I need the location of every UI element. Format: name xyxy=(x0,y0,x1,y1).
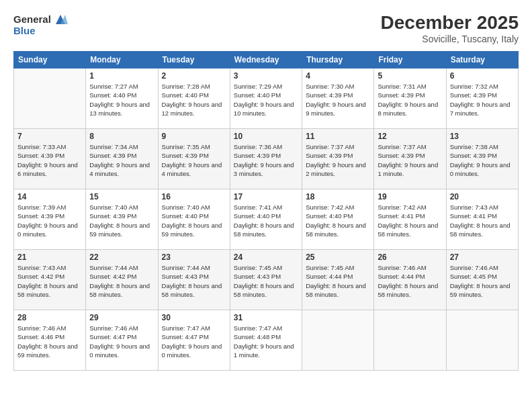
day-info: Sunrise: 7:41 AMSunset: 4:40 PMDaylight:… xyxy=(234,203,298,238)
day-info: Sunrise: 7:46 AMSunset: 4:44 PMDaylight:… xyxy=(378,263,442,299)
day-number: 23 xyxy=(162,253,226,262)
calendar-cell: 22Sunrise: 7:44 AMSunset: 4:42 PMDayligh… xyxy=(86,250,158,310)
day-number: 25 xyxy=(306,253,370,262)
calendar-cell xyxy=(302,310,374,371)
col-header-thursday: Thursday xyxy=(302,52,374,68)
day-number: 7 xyxy=(17,132,82,141)
title-block: December 2025 Sovicille, Tuscany, Italy xyxy=(381,12,519,44)
day-number: 3 xyxy=(234,71,298,81)
calendar-cell: 10Sunrise: 7:36 AMSunset: 4:39 PMDayligh… xyxy=(230,129,302,189)
day-info: Sunrise: 7:31 AMSunset: 4:39 PMDaylight:… xyxy=(378,82,442,118)
calendar-week-3: 14Sunrise: 7:39 AMSunset: 4:39 PMDayligh… xyxy=(14,189,519,250)
day-info: Sunrise: 7:42 AMSunset: 4:41 PMDaylight:… xyxy=(378,203,442,238)
main-title: December 2025 xyxy=(381,12,519,34)
day-number: 31 xyxy=(234,313,298,322)
calendar-cell xyxy=(14,68,86,129)
day-number: 5 xyxy=(378,71,442,81)
day-number: 28 xyxy=(17,313,82,322)
day-number: 6 xyxy=(450,71,515,81)
calendar-cell: 4Sunrise: 7:30 AMSunset: 4:39 PMDaylight… xyxy=(302,68,374,129)
day-number: 17 xyxy=(234,192,298,201)
calendar-cell: 27Sunrise: 7:46 AMSunset: 4:45 PMDayligh… xyxy=(446,250,518,310)
calendar-cell: 24Sunrise: 7:45 AMSunset: 4:43 PMDayligh… xyxy=(230,250,302,310)
calendar-cell: 2Sunrise: 7:28 AMSunset: 4:40 PMDaylight… xyxy=(158,68,230,129)
day-info: Sunrise: 7:44 AMSunset: 4:43 PMDaylight:… xyxy=(162,263,226,299)
calendar-cell: 18Sunrise: 7:42 AMSunset: 4:40 PMDayligh… xyxy=(302,189,374,250)
day-number: 1 xyxy=(89,71,154,81)
calendar-cell: 21Sunrise: 7:43 AMSunset: 4:42 PMDayligh… xyxy=(14,250,86,310)
calendar-cell: 14Sunrise: 7:39 AMSunset: 4:39 PMDayligh… xyxy=(14,189,86,250)
calendar-cell: 19Sunrise: 7:42 AMSunset: 4:41 PMDayligh… xyxy=(374,189,446,250)
logo: General Blue xyxy=(13,12,68,37)
col-header-monday: Monday xyxy=(86,52,158,68)
calendar-cell: 3Sunrise: 7:29 AMSunset: 4:40 PMDaylight… xyxy=(230,68,302,129)
day-info: Sunrise: 7:47 AMSunset: 4:48 PMDaylight:… xyxy=(234,324,298,359)
day-info: Sunrise: 7:43 AMSunset: 4:41 PMDaylight:… xyxy=(450,203,515,238)
day-info: Sunrise: 7:28 AMSunset: 4:40 PMDaylight:… xyxy=(162,82,226,118)
day-number: 12 xyxy=(378,132,442,141)
day-info: Sunrise: 7:40 AMSunset: 4:39 PMDaylight:… xyxy=(89,203,154,238)
day-number: 9 xyxy=(162,132,226,141)
calendar-cell: 5Sunrise: 7:31 AMSunset: 4:39 PMDaylight… xyxy=(374,68,446,129)
calendar-week-2: 7Sunrise: 7:33 AMSunset: 4:39 PMDaylight… xyxy=(14,129,519,189)
calendar-cell: 20Sunrise: 7:43 AMSunset: 4:41 PMDayligh… xyxy=(446,189,518,250)
col-header-wednesday: Wednesday xyxy=(230,52,302,68)
day-number: 14 xyxy=(17,192,82,201)
day-number: 4 xyxy=(306,71,370,81)
day-info: Sunrise: 7:46 AMSunset: 4:46 PMDaylight:… xyxy=(17,324,82,359)
day-info: Sunrise: 7:27 AMSunset: 4:40 PMDaylight:… xyxy=(89,82,154,118)
day-info: Sunrise: 7:37 AMSunset: 4:39 PMDaylight:… xyxy=(378,142,442,178)
day-info: Sunrise: 7:47 AMSunset: 4:47 PMDaylight:… xyxy=(162,324,226,359)
calendar-cell: 16Sunrise: 7:40 AMSunset: 4:40 PMDayligh… xyxy=(158,189,230,250)
day-info: Sunrise: 7:35 AMSunset: 4:39 PMDaylight:… xyxy=(162,142,226,178)
day-info: Sunrise: 7:32 AMSunset: 4:39 PMDaylight:… xyxy=(450,82,515,118)
calendar-week-1: 1Sunrise: 7:27 AMSunset: 4:40 PMDaylight… xyxy=(14,68,519,129)
calendar-cell: 7Sunrise: 7:33 AMSunset: 4:39 PMDaylight… xyxy=(14,129,86,189)
page: General Blue December 2025 Sovicille, Tu… xyxy=(0,0,532,411)
day-info: Sunrise: 7:40 AMSunset: 4:40 PMDaylight:… xyxy=(162,203,226,238)
day-info: Sunrise: 7:30 AMSunset: 4:39 PMDaylight:… xyxy=(306,82,370,118)
calendar-cell: 28Sunrise: 7:46 AMSunset: 4:46 PMDayligh… xyxy=(14,310,86,371)
day-info: Sunrise: 7:29 AMSunset: 4:40 PMDaylight:… xyxy=(234,82,298,118)
calendar-cell: 15Sunrise: 7:40 AMSunset: 4:39 PMDayligh… xyxy=(86,189,158,250)
calendar-cell: 30Sunrise: 7:47 AMSunset: 4:47 PMDayligh… xyxy=(158,310,230,371)
day-number: 22 xyxy=(89,253,154,262)
day-info: Sunrise: 7:36 AMSunset: 4:39 PMDaylight:… xyxy=(234,142,298,178)
day-number: 24 xyxy=(234,253,298,262)
day-info: Sunrise: 7:43 AMSunset: 4:42 PMDaylight:… xyxy=(17,263,82,299)
calendar-cell: 25Sunrise: 7:45 AMSunset: 4:44 PMDayligh… xyxy=(302,250,374,310)
header: General Blue December 2025 Sovicille, Tu… xyxy=(13,12,519,44)
day-number: 16 xyxy=(162,192,226,201)
calendar-week-5: 28Sunrise: 7:46 AMSunset: 4:46 PMDayligh… xyxy=(14,310,519,371)
calendar: SundayMondayTuesdayWednesdayThursdayFrid… xyxy=(13,51,519,371)
day-number: 11 xyxy=(306,132,370,141)
day-number: 10 xyxy=(234,132,298,141)
day-info: Sunrise: 7:39 AMSunset: 4:39 PMDaylight:… xyxy=(17,203,82,238)
col-header-friday: Friday xyxy=(374,52,446,68)
day-info: Sunrise: 7:44 AMSunset: 4:42 PMDaylight:… xyxy=(89,263,154,299)
calendar-cell: 12Sunrise: 7:37 AMSunset: 4:39 PMDayligh… xyxy=(374,129,446,189)
col-header-sunday: Sunday xyxy=(14,52,86,68)
calendar-cell: 1Sunrise: 7:27 AMSunset: 4:40 PMDaylight… xyxy=(86,68,158,129)
day-number: 30 xyxy=(162,313,226,322)
subtitle: Sovicille, Tuscany, Italy xyxy=(381,34,519,44)
calendar-cell: 23Sunrise: 7:44 AMSunset: 4:43 PMDayligh… xyxy=(158,250,230,310)
day-info: Sunrise: 7:46 AMSunset: 4:47 PMDaylight:… xyxy=(89,324,154,359)
day-number: 15 xyxy=(89,192,154,201)
logo-blue: Blue xyxy=(13,26,36,37)
col-header-saturday: Saturday xyxy=(446,52,518,68)
day-number: 21 xyxy=(17,253,82,262)
calendar-cell: 17Sunrise: 7:41 AMSunset: 4:40 PMDayligh… xyxy=(230,189,302,250)
col-header-tuesday: Tuesday xyxy=(158,52,230,68)
calendar-cell: 31Sunrise: 7:47 AMSunset: 4:48 PMDayligh… xyxy=(230,310,302,371)
calendar-cell: 9Sunrise: 7:35 AMSunset: 4:39 PMDaylight… xyxy=(158,129,230,189)
day-info: Sunrise: 7:42 AMSunset: 4:40 PMDaylight:… xyxy=(306,203,370,238)
day-info: Sunrise: 7:46 AMSunset: 4:45 PMDaylight:… xyxy=(450,263,515,299)
day-number: 13 xyxy=(450,132,515,141)
calendar-cell: 29Sunrise: 7:46 AMSunset: 4:47 PMDayligh… xyxy=(86,310,158,371)
calendar-cell: 8Sunrise: 7:34 AMSunset: 4:39 PMDaylight… xyxy=(86,129,158,189)
day-info: Sunrise: 7:33 AMSunset: 4:39 PMDaylight:… xyxy=(17,142,82,178)
calendar-week-4: 21Sunrise: 7:43 AMSunset: 4:42 PMDayligh… xyxy=(14,250,519,310)
day-number: 2 xyxy=(162,71,226,81)
calendar-cell xyxy=(374,310,446,371)
